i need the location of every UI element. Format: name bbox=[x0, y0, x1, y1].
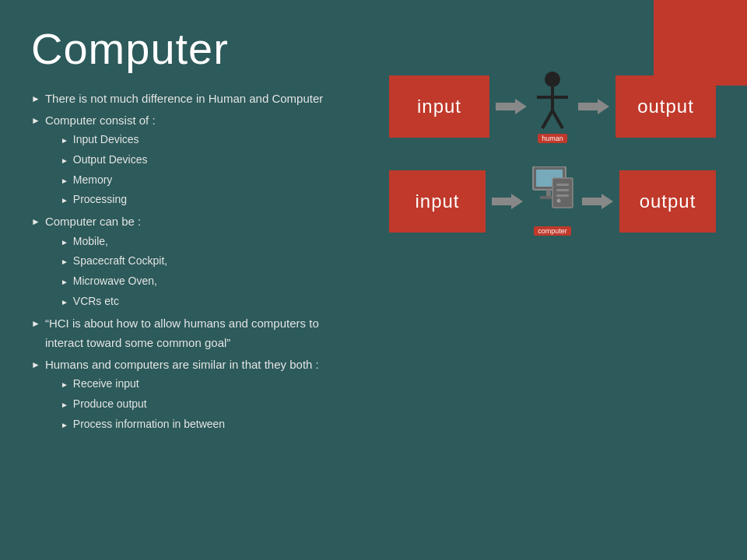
sub-item-receive-text: Receive input bbox=[73, 375, 139, 394]
human-input-label: input bbox=[417, 96, 461, 117]
computer-output-box: output bbox=[619, 170, 716, 233]
bullet-5: ► Humans and computers are similar in th… bbox=[31, 354, 374, 436]
svg-line-5 bbox=[552, 110, 563, 128]
sub-arrow: ► bbox=[61, 174, 68, 187]
bullet-3-text: Computer can be : bbox=[45, 215, 141, 228]
arrow-computer-1 bbox=[492, 190, 523, 213]
main-bullet-list: ► There is not much difference in Human … bbox=[31, 88, 374, 436]
svg-rect-13 bbox=[556, 184, 569, 186]
arrow-human-1 bbox=[496, 95, 527, 118]
bullet-2-text: Computer consist of : bbox=[45, 114, 156, 127]
bullet-3: ► Computer can be : ► Mobile, ► Spacecra… bbox=[31, 211, 374, 313]
sub-arrow: ► bbox=[61, 134, 68, 147]
sub-arrow: ► bbox=[61, 194, 68, 207]
right-panel: input bbox=[389, 23, 716, 544]
sub-item-processing-text: Processing bbox=[73, 191, 127, 209]
bullet-3-group: Computer can be : ► Mobile, ► Spacecraft… bbox=[45, 212, 167, 312]
bullet-5-group: Humans and computers are similar in that… bbox=[45, 355, 319, 435]
sub-arrow: ► bbox=[61, 378, 68, 391]
svg-rect-12 bbox=[552, 178, 573, 208]
sub-item-receive: ► Receive input bbox=[61, 374, 319, 394]
sub-item-mobile-text: Mobile, bbox=[73, 233, 108, 251]
computer-label-badge: computer bbox=[534, 226, 571, 236]
sub-item-memory-text: Memory bbox=[73, 171, 113, 190]
computer-input-box: input bbox=[389, 170, 486, 233]
sub-item-output-devices: ► Output Devices bbox=[61, 150, 156, 170]
computer-icon bbox=[529, 166, 576, 225]
sub-item-process-text: Process information in between bbox=[73, 415, 225, 434]
human-output-label: output bbox=[637, 96, 694, 117]
svg-rect-15 bbox=[556, 194, 569, 197]
bullet-4: ► “HCI is about how to allow humans and … bbox=[31, 313, 374, 354]
sub-item-spacecraft: ► Spacecraft Cockpit, bbox=[61, 251, 167, 271]
svg-point-1 bbox=[545, 72, 560, 87]
human-output-box: output bbox=[615, 75, 716, 138]
sub-item-memory: ► Memory bbox=[61, 170, 156, 191]
bullet-1-text: There is not much difference in Human an… bbox=[45, 89, 323, 109]
bullet-2: ► Computer consist of : ► Input Devices … bbox=[31, 110, 374, 212]
svg-marker-17 bbox=[582, 194, 613, 209]
computer-input-label: input bbox=[415, 191, 459, 212]
bullet-5-sublist: ► Receive input ► Produce output ► Proce… bbox=[45, 374, 319, 434]
bullet-3-sublist: ► Mobile, ► Spacecraft Cockpit, ► Microw… bbox=[45, 232, 167, 312]
bullet-arrow-1: ► bbox=[31, 91, 40, 107]
human-diagram: input bbox=[389, 70, 716, 143]
sub-item-input-devices-text: Input Devices bbox=[73, 131, 139, 149]
bullet-1: ► There is not much difference in Human … bbox=[31, 88, 374, 110]
sub-item-output-devices-text: Output Devices bbox=[73, 151, 148, 170]
sub-item-microwave: ► Microwave Oven, bbox=[61, 271, 167, 292]
sub-item-mobile: ► Mobile, bbox=[61, 232, 167, 252]
svg-marker-0 bbox=[496, 99, 527, 114]
computer-figure-wrapper: computer bbox=[529, 166, 576, 236]
bullet-5-text: Humans and computers are similar in that… bbox=[45, 358, 319, 371]
human-icon bbox=[533, 70, 572, 132]
computer-diagram: input bbox=[389, 166, 716, 236]
sub-arrow: ► bbox=[61, 154, 68, 167]
bullet-arrow-2: ► bbox=[31, 113, 40, 128]
page-title: Computer bbox=[31, 23, 374, 74]
sub-arrow: ► bbox=[61, 296, 68, 309]
bullet-arrow-4: ► bbox=[31, 316, 40, 331]
arrow-computer-2 bbox=[582, 190, 613, 213]
arrow-human-2 bbox=[578, 95, 609, 118]
left-panel: Computer ► There is not much difference … bbox=[31, 23, 389, 544]
computer-output-label: output bbox=[640, 191, 696, 212]
bullet-2-group: Computer consist of : ► Input Devices ► … bbox=[45, 110, 156, 211]
bullet-4-text: “HCI is about how to allow humans and co… bbox=[45, 313, 341, 353]
sub-item-processing: ► Processing bbox=[61, 190, 156, 210]
sub-item-produce: ► Produce output bbox=[61, 394, 319, 415]
human-input-box: input bbox=[389, 75, 489, 138]
human-label-badge: human bbox=[538, 134, 567, 143]
svg-line-4 bbox=[542, 110, 552, 128]
bullet-2-sublist: ► Input Devices ► Output Devices ► Memor… bbox=[45, 130, 156, 210]
svg-rect-10 bbox=[546, 190, 551, 196]
sub-arrow: ► bbox=[61, 255, 68, 268]
svg-rect-14 bbox=[556, 189, 569, 191]
sub-item-vcrs-text: VCRs etc bbox=[73, 292, 119, 311]
sub-item-spacecraft-text: Spacecraft Cockpit, bbox=[73, 252, 167, 271]
sub-item-microwave-text: Microwave Oven, bbox=[73, 272, 157, 291]
sub-arrow: ► bbox=[61, 236, 68, 249]
bullet-arrow-3: ► bbox=[31, 214, 40, 229]
bullet-arrow-5: ► bbox=[31, 357, 40, 373]
sub-item-produce-text: Produce output bbox=[73, 395, 147, 414]
sub-item-vcrs: ► VCRs etc bbox=[61, 292, 167, 312]
sub-arrow: ► bbox=[61, 275, 68, 289]
sub-arrow: ► bbox=[61, 398, 68, 411]
svg-marker-7 bbox=[492, 194, 523, 209]
content-area: Computer ► There is not much difference … bbox=[0, 0, 747, 560]
svg-marker-6 bbox=[578, 99, 609, 114]
svg-point-16 bbox=[557, 199, 561, 203]
sub-item-input-devices: ► Input Devices bbox=[61, 130, 156, 150]
sub-item-process: ► Process information in between bbox=[61, 415, 319, 435]
human-figure-wrapper: human bbox=[533, 70, 572, 143]
sub-arrow: ► bbox=[61, 418, 68, 432]
